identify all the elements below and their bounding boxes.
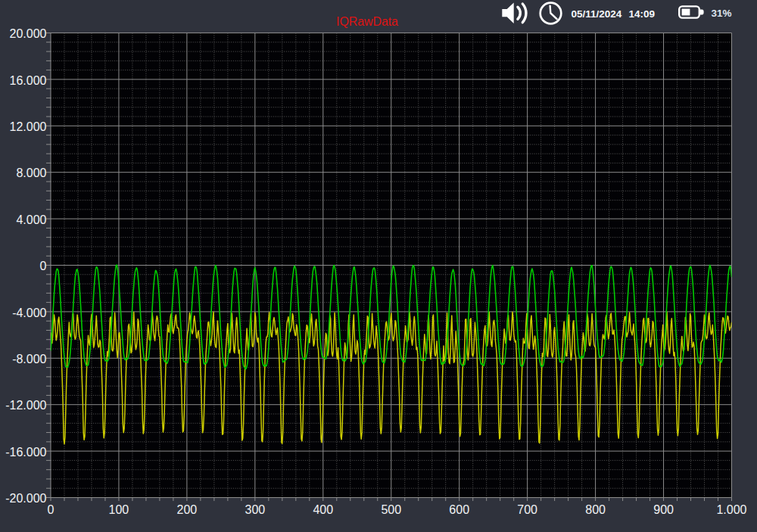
svg-text:0: 0 [48,503,55,516]
svg-text:-12.000: -12.000 [5,399,46,412]
svg-text:14:09: 14:09 [629,8,656,20]
svg-text:12.000: 12.000 [10,120,47,133]
svg-text:-4.000: -4.000 [12,306,46,319]
svg-text:31%: 31% [712,8,732,19]
svg-text:-20.000: -20.000 [5,492,46,505]
svg-text:300: 300 [245,503,266,516]
svg-text:700: 700 [517,503,537,516]
svg-text:800: 800 [585,503,606,516]
svg-text:-8.000: -8.000 [12,353,46,366]
svg-text:1.000: 1.000 [716,503,746,516]
svg-text:8.000: 8.000 [16,166,46,179]
svg-text:900: 900 [653,503,674,516]
svg-text:600: 600 [449,503,469,516]
svg-text:16.000: 16.000 [10,74,47,87]
svg-text:IQRawData: IQRawData [336,15,398,28]
svg-text:-16.000: -16.000 [5,446,46,459]
svg-text:05/11/2024: 05/11/2024 [572,8,622,20]
svg-text:0: 0 [40,260,47,272]
svg-text:4.000: 4.000 [16,213,46,226]
svg-text:20.000: 20.000 [10,27,47,40]
svg-text:100: 100 [109,503,129,516]
svg-text:200: 200 [177,503,198,516]
svg-text:500: 500 [381,503,401,516]
svg-text:400: 400 [313,503,333,516]
